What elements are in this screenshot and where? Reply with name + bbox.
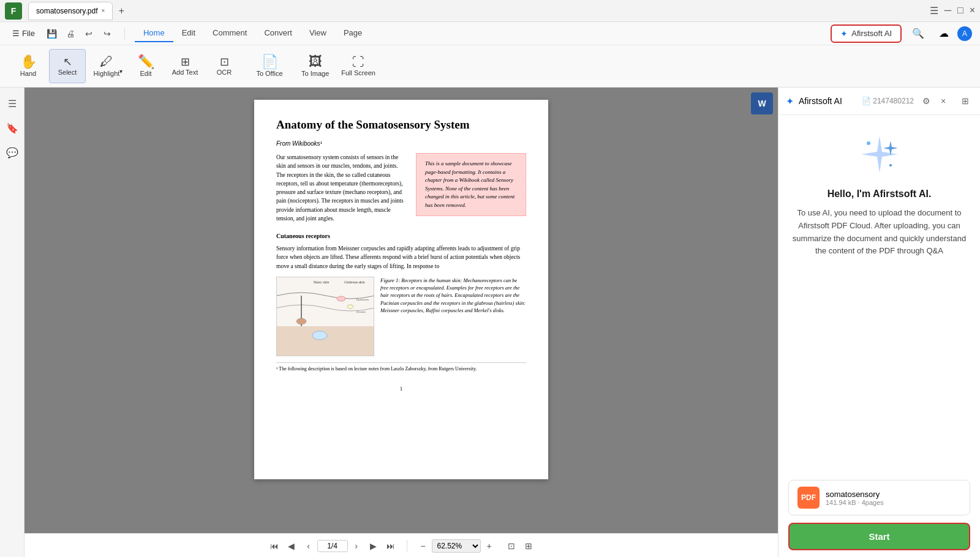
select-tool-button[interactable]: ↖ Select: [49, 49, 86, 83]
close-tab-button[interactable]: ×: [102, 7, 105, 14]
prev-page-arrow[interactable]: ‹: [300, 537, 317, 555]
skin-svg: Hairy skin Glabrous skin Epiderm: [277, 277, 374, 356]
add-text-label: Add Text: [172, 69, 198, 76]
pdf-footnote: ¹ The following description is based on …: [276, 362, 526, 373]
nav-tabs: Home Edit Comment Convert View Page: [135, 24, 371, 42]
save-icon[interactable]: 💾: [43, 25, 61, 42]
ocr-icon: ⊡: [220, 56, 229, 67]
fit-page-button[interactable]: ⊡: [503, 537, 520, 555]
zoom-in-button[interactable]: +: [481, 537, 498, 555]
to-office-button[interactable]: 📄 To Office: [245, 49, 294, 83]
zoom-out-button[interactable]: −: [415, 537, 432, 555]
highlight-tool-button[interactable]: 🖊 Highlight ▾: [88, 49, 125, 83]
doc-icon: 📄: [862, 97, 871, 105]
figure-area: Hairy skin Glabrous skin Epiderm: [276, 277, 526, 356]
edit-tool-button[interactable]: ✏️ Edit: [127, 49, 164, 83]
next-page-button[interactable]: ▶: [365, 537, 382, 555]
nav-tab-comment[interactable]: Comment: [204, 24, 255, 42]
ribbon: ✋ Hand ↖ Select 🖊 Highlight ▾ ✏️ Edit ⊞ …: [0, 45, 980, 87]
hand-tool-button[interactable]: ✋ Hand: [10, 49, 47, 83]
fit-width-button[interactable]: ⊞: [520, 537, 537, 555]
undo-icon[interactable]: ↩: [80, 25, 97, 42]
separator: [124, 28, 125, 40]
ai-panel-expand-icon[interactable]: ⊞: [958, 94, 973, 108]
nav-tab-home[interactable]: Home: [135, 24, 173, 42]
skin-diagram: Hairy skin Glabrous skin Epiderm: [276, 277, 374, 356]
svg-text:Hairy skin: Hairy skin: [314, 280, 329, 284]
figure-caption: Figure 1: Receptors in the human skin: M…: [380, 277, 526, 356]
svg-point-9: [312, 331, 327, 340]
afirstsoft-ai-button[interactable]: ✦ Afirstsoft AI: [831, 24, 902, 43]
nav-tab-convert[interactable]: Convert: [255, 24, 301, 42]
highlight-label: Highlight: [94, 70, 120, 77]
zoom-select[interactable]: 62.52% 50% 75% 100% 125% 150%: [432, 539, 481, 553]
pink-info-box: This is a sample document to showcase pa…: [416, 153, 526, 216]
svg-text:Dermis: Dermis: [356, 310, 366, 313]
nav-tab-edit[interactable]: Edit: [173, 24, 204, 42]
last-page-button[interactable]: ⏭: [382, 537, 399, 555]
title-bar: F somatosensory.pdf × + ☰ ─ □ ×: [0, 0, 980, 22]
sidebar-menu-icon[interactable]: ☰: [4, 95, 21, 112]
pdf-from: From Wikibooks¹: [276, 140, 526, 147]
main-layout: ☰ 🔖 💬 W Anatomy of the Somatosensory Sys…: [0, 88, 980, 557]
next-page-arrow[interactable]: ›: [348, 537, 365, 555]
svg-point-13: [867, 141, 870, 145]
first-page-button[interactable]: ⏮: [266, 537, 283, 555]
new-tab-button[interactable]: +: [114, 4, 129, 18]
hand-label: Hand: [20, 70, 36, 77]
body-paragraph-2: Sensory information from Meissner corpus…: [276, 244, 526, 271]
hand-icon: ✋: [20, 55, 37, 69]
sidebar-comment-icon[interactable]: 💬: [4, 144, 21, 161]
ai-panel: ✦ Afirstsoft AI 📄 2147480212 ⚙ × ⊞: [778, 88, 980, 557]
edit-icon: ✏️: [138, 55, 154, 69]
sidebar-bookmark-icon[interactable]: 🔖: [4, 119, 21, 136]
nav-tab-page[interactable]: Page: [335, 24, 371, 42]
to-image-button[interactable]: 🖼 To Image: [296, 49, 334, 83]
ai-btn-label: Afirstsoft AI: [851, 29, 892, 38]
file-menu-button[interactable]: ☰ File: [6, 26, 41, 40]
file-label: File: [22, 29, 35, 38]
page-input[interactable]: [317, 540, 348, 552]
nav-tab-view[interactable]: View: [301, 24, 335, 42]
pdf-viewer[interactable]: W Anatomy of the Somatosensory System Fr…: [24, 88, 778, 533]
add-text-icon: ⊞: [181, 56, 190, 67]
ai-description: To use AI, you need to upload the docume…: [791, 207, 968, 258]
quick-icons: 💾 🖨 ↩ ↪: [43, 25, 116, 42]
ai-start-button[interactable]: Start: [788, 523, 970, 550]
ai-body: Hello, I'm Afirstsoft AI. To use AI, you…: [778, 115, 980, 473]
window-controls: ☰ ─ □ ×: [930, 5, 975, 17]
svg-text:Glabrous skin: Glabrous skin: [344, 280, 365, 284]
ai-settings-icon[interactable]: ⚙: [919, 94, 933, 108]
ocr-button[interactable]: ⊡ OCR: [206, 49, 243, 83]
ai-file-type-icon: PDF: [797, 487, 820, 509]
toolbar-area: ☰ File 💾 🖨 ↩ ↪ Home Edit Comment Convert…: [0, 22, 980, 88]
maximize-button[interactable]: □: [957, 5, 963, 17]
to-image-icon: 🖼: [309, 55, 322, 69]
minimize-button[interactable]: ─: [944, 5, 951, 17]
cloud-upload-button[interactable]: ☁: [935, 24, 953, 43]
word-overlay-button[interactable]: W: [751, 92, 773, 114]
close-window-button[interactable]: ×: [970, 5, 975, 17]
user-avatar[interactable]: A: [956, 24, 974, 43]
pdf-tab[interactable]: somatosensory.pdf ×: [28, 2, 113, 20]
redo-icon[interactable]: ↪: [99, 25, 116, 42]
ai-close-icon[interactable]: ×: [936, 94, 951, 108]
svg-rect-3: [277, 326, 374, 356]
prev-page-button[interactable]: ◀: [283, 537, 300, 555]
ai-file-size: 141.94 kB · 4pages: [826, 499, 884, 506]
tab-title: somatosensory.pdf: [36, 7, 98, 15]
edit-label: Edit: [140, 70, 152, 77]
svg-text:Epidermis: Epidermis: [356, 298, 369, 301]
print-icon[interactable]: 🖨: [62, 25, 79, 42]
search-button[interactable]: 🔍: [909, 24, 927, 43]
menu-button[interactable]: ☰: [930, 5, 938, 17]
add-text-button[interactable]: ⊞ Add Text: [167, 49, 203, 83]
ai-file-info: somatosensory 141.94 kB · 4pages: [826, 490, 884, 506]
ai-file-card: PDF somatosensory 141.94 kB · 4pages: [788, 480, 970, 515]
pdf-title: Anatomy of the Somatosensory System: [276, 118, 526, 132]
to-image-label: To Image: [301, 70, 329, 77]
section-title-cutaneous: Cutaneous receptors: [276, 231, 526, 241]
highlight-dropdown-icon: ▾: [119, 68, 123, 75]
menu-bar: ☰ File 💾 🖨 ↩ ↪ Home Edit Comment Convert…: [0, 22, 980, 45]
full-screen-button[interactable]: ⛶ Full Screen: [336, 49, 380, 83]
